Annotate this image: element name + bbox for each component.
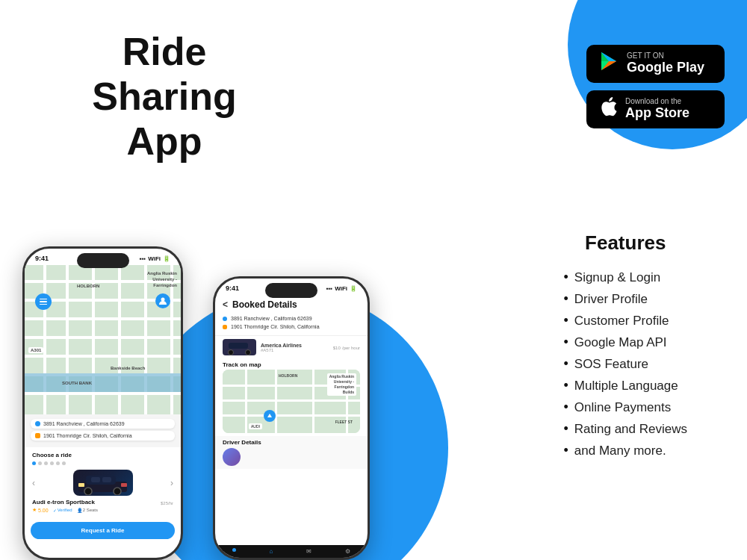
request-ride-button[interactable]: Request a Ride [31, 522, 175, 539]
destination-text: 1901 Thornridge Cir. Shiloh, California [43, 433, 132, 438]
driver-label: Driver Details [223, 439, 360, 446]
phone2-time: 9:41 [226, 284, 239, 292]
booked-car-image [223, 339, 256, 355]
phone1-ride-section: Choose a ride ‹ [25, 447, 181, 517]
main-title: Ride Sharing App [45, 30, 284, 164]
google-play-icon [598, 51, 619, 77]
svg-rect-12 [78, 483, 84, 487]
origin-row: 3891 Ranchview , California 62639 [31, 419, 175, 429]
dot-2 [38, 461, 42, 465]
feature-item-2: Driver Profile [563, 291, 687, 307]
map2-label-holborn: HOLBORN [279, 373, 297, 378]
verified-text: Verified [58, 508, 72, 512]
booked-dest-text: 1901 Thornridge Cir. Shiloh, California [231, 324, 320, 329]
booked-price: $10 /per hour [333, 344, 360, 351]
star-rating: ★ 5.00 [32, 507, 49, 513]
booked-origin-row: 3891 Ranchview , California 62639 [223, 316, 360, 321]
feature-item-3: Customer Profile [563, 313, 687, 329]
booked-origin-text: 3891 Ranchview , California 62639 [231, 316, 312, 321]
street-h7 [25, 392, 181, 395]
store-buttons-container: GET IT ON Google Play Download on the Ap… [586, 45, 725, 128]
seat-icon: 👤 [77, 508, 82, 513]
origin-pin-icon [35, 421, 40, 426]
map2-label-fleet: FLEET ST [335, 420, 353, 424]
phone1-time: 9:41 [35, 255, 49, 262]
booked-dest-row: 1901 Thornridge Cir. Shiloh, California [223, 324, 360, 329]
map2-road-h3 [223, 414, 360, 417]
map2-road-v1 [245, 370, 247, 433]
phones-container: 9:41 ▪▪▪ WiFi 🔋 [22, 246, 370, 560]
ride-carousel-dots [32, 461, 173, 465]
svg-point-17 [246, 350, 251, 355]
wifi-icon-2: WiFi [335, 285, 347, 292]
app-store-button[interactable]: Download on the App Store [586, 90, 725, 128]
feature-item-6: Multiple Language [563, 378, 687, 393]
map-label-a301: A301 [28, 347, 43, 353]
car-name: Audi e-tron Sportback [32, 499, 98, 505]
map-user-button[interactable] [155, 293, 170, 308]
hamburger-button[interactable] [35, 293, 52, 310]
booked-price-value: $10 [333, 346, 341, 350]
map2-road-v2 [275, 370, 277, 433]
driver-avatar [223, 448, 241, 466]
hamburger-line2 [40, 301, 47, 302]
nav-icon-home[interactable]: ⌂ [270, 548, 273, 555]
phone1-notch [77, 253, 129, 268]
street-v4 [118, 265, 121, 414]
nav-icon-message[interactable]: ✉ [306, 548, 311, 555]
phone2-map: HOLBORN Anglia RuskinUniversity -Farring… [223, 370, 360, 433]
next-arrow[interactable]: › [170, 478, 173, 488]
svg-rect-15 [229, 343, 248, 349]
verified-badge: ✓ Verified [53, 508, 72, 513]
google-play-large-text: Google Play [627, 60, 704, 76]
title-line2: App [126, 119, 202, 163]
booked-price-unit: /per hour [342, 346, 360, 350]
street-h3 [25, 317, 181, 320]
choose-ride-label: Choose a ride [32, 452, 173, 458]
car-map-marker [264, 410, 276, 422]
star-icon: ★ [32, 507, 37, 513]
phone-2-mockup: 9:41 ▪▪▪ WiFi 🔋 < Booked Details 3891 Ra… [213, 276, 370, 560]
title-line1: Ride Sharing [92, 30, 237, 118]
car-image [73, 470, 133, 496]
seats-text: 2 Seats [83, 508, 98, 512]
map2-label-anglia: Anglia RuskinUniversity -FarringdonBuild… [327, 373, 356, 396]
map2-road-v3 [312, 370, 314, 433]
feature-item-4: Google Map API [563, 335, 687, 350]
origin-text: 3891 Ranchview , California 62639 [43, 421, 125, 426]
map-label-bankside: Bankside Beach [111, 366, 145, 370]
app-store-text: Download on the App Store [625, 98, 689, 122]
back-button[interactable]: < [223, 299, 228, 310]
track-on-map-label: Track on map [215, 358, 368, 370]
features-list: Signup & Login Driver Profile Customer P… [563, 270, 687, 458]
booked-origin-pin [223, 317, 227, 321]
car-row: ‹ › [32, 470, 173, 496]
destination-row: 1901 Thornridge Cir. Shiloh, California [31, 431, 175, 441]
phone1-status-icons: ▪▪▪ WiFi 🔋 [140, 255, 170, 262]
map2-road-h2 [223, 399, 360, 402]
prev-arrow[interactable]: ‹ [32, 478, 35, 488]
car-name-row: Audi e-tron Sportback ★ 5.00 ✓ Verified [32, 499, 173, 513]
map-label-southbank: SOUTH BANK [62, 381, 92, 385]
phone2-status-icons: ▪▪▪ WiFi 🔋 [326, 285, 357, 292]
hamburger-line1 [40, 299, 47, 300]
map-label-anglia: Anglia RuskinUniversity -Farringdon [147, 271, 177, 288]
app-store-small-text: Download on the [625, 98, 689, 105]
nav-icon-settings[interactable]: ⚙ [345, 548, 350, 555]
svg-rect-11 [102, 477, 111, 482]
svg-point-16 [229, 350, 234, 355]
svg-rect-13 [121, 483, 127, 487]
google-play-small-text: GET IT ON [627, 52, 704, 60]
feature-item-8: Rating and Reviews [563, 421, 687, 437]
booked-car-name: America Airlines [261, 343, 329, 348]
seats-info: 👤 2 Seats [77, 508, 98, 513]
destination-pin-icon [35, 433, 40, 438]
signal-icon: ▪▪▪ [140, 255, 146, 262]
booked-car-id: #A571 [261, 348, 329, 352]
google-play-button[interactable]: GET IT ON Google Play [586, 45, 725, 83]
check-icon: ✓ [53, 508, 57, 513]
booked-car-row: America Airlines #A571 $10 /per hour [215, 335, 368, 358]
feature-item-5: SOS Feature [563, 356, 687, 372]
feature-item-9: and Many more. [563, 443, 687, 458]
car-price: $25/hr [161, 499, 173, 506]
